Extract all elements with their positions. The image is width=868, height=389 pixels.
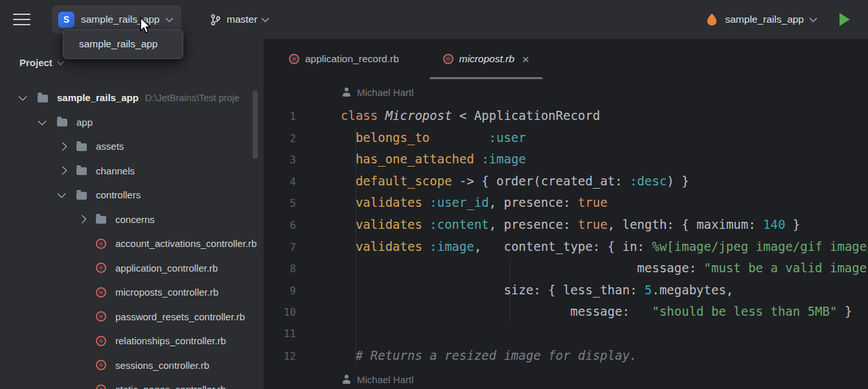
folder-icon: [57, 119, 67, 126]
line-number[interactable]: 4: [264, 171, 296, 193]
tree-item-label: application_controller.rb: [115, 263, 218, 274]
folder-icon: [96, 216, 106, 224]
ruby-class-icon: [96, 336, 106, 346]
folder-icon: [76, 143, 87, 151]
tree-item-label: static_pages_controller.rb: [115, 384, 226, 389]
editor-area: application_record.rb micropost.rb × Mic…: [264, 39, 868, 389]
tree-row[interactable]: account_activations_controller.rb: [0, 231, 264, 256]
line-number[interactable]: 10: [264, 301, 296, 324]
ruby-class-icon: [96, 239, 106, 249]
tree-row[interactable]: relationships_controller.rb: [0, 329, 264, 353]
project-tree: sample_rails_app D:\JetBrains\Test proje…: [0, 86, 264, 389]
hamburger-bar: [13, 19, 30, 20]
editor-tab[interactable]: application_record.rb: [275, 39, 413, 79]
code-text: # Returns a resized image for display.: [341, 345, 637, 367]
tree-row[interactable]: sessions_controller.rb: [0, 353, 264, 378]
ruby-class-icon: [96, 311, 106, 322]
tree-chevron[interactable]: [55, 143, 76, 150]
code-author-annotation[interactable]: Michael Hartl: [264, 366, 868, 389]
close-icon[interactable]: ×: [522, 53, 529, 65]
tree-row[interactable]: assets: [0, 134, 264, 159]
code-author-annotation[interactable]: Michael Hartl: [264, 79, 868, 105]
branch-selector[interactable]: master: [204, 6, 273, 32]
tree-row[interactable]: concerns: [0, 207, 264, 232]
line-number[interactable]: 8: [264, 258, 296, 280]
chevron-down-icon: [57, 58, 63, 65]
line-number[interactable]: 7: [264, 237, 296, 259]
line-number[interactable]: 1: [264, 106, 296, 128]
letter-s-logo-icon: S: [58, 12, 74, 28]
tree-item-label: sample_rails_app: [57, 92, 139, 103]
tree-item-label: channels: [96, 165, 135, 176]
tree-row[interactable]: controllers: [0, 183, 264, 207]
code-line: 5 validates :user_id, presence: true: [264, 192, 868, 214]
rubymine-window: S sample_rails_app master sample_rails_a…: [0, 0, 868, 389]
code-line: 7 validates :image, content_type: { in: …: [264, 236, 868, 258]
tree-row[interactable]: channels: [0, 159, 264, 183]
chevron-down-icon: [809, 14, 817, 23]
editor-tab[interactable]: micropost.rb ×: [429, 39, 543, 79]
line-number[interactable]: 2: [264, 128, 296, 150]
code-line: 1 class Micropost < ApplicationRecord: [264, 105, 868, 127]
line-number[interactable]: 11: [264, 323, 296, 345]
code-lines[interactable]: 1 class Micropost < ApplicationRecord 2 …: [264, 105, 868, 366]
code-text: message: "should be less than 5MB" }: [341, 301, 852, 323]
tree-chevron[interactable]: [74, 216, 96, 222]
line-number[interactable]: 5: [264, 193, 296, 215]
hamburger-menu-icon[interactable]: [13, 14, 30, 25]
chevron-down-icon: [165, 14, 174, 23]
run-widget: sample_rails_app: [705, 0, 851, 39]
tree-row[interactable]: sample_rails_app D:\JetBrains\Test proje: [0, 86, 264, 110]
folder-icon: [38, 95, 48, 102]
code-text: validates :content, presence: true, leng…: [341, 214, 800, 236]
tree-chevron[interactable]: [55, 167, 76, 174]
tree-row[interactable]: password_resets_controller.rb: [0, 305, 264, 329]
project-tool-window: Project sample_rails_app D:\JetBrains\Te…: [0, 39, 264, 389]
folder-icon: [76, 167, 87, 175]
project-panel-header[interactable]: Project: [19, 57, 63, 68]
tree-item-label: app: [76, 117, 93, 128]
editor-tab-strip: application_record.rb micropost.rb ×: [264, 39, 868, 79]
author-name: Michael Hartl: [357, 374, 414, 385]
code-text: message: "must be a valid image format" …: [341, 257, 868, 279]
tree-item-label: relationships_controller.rb: [115, 335, 226, 346]
tree-chevron[interactable]: [55, 193, 76, 197]
tree-item-path: D:\JetBrains\Test proje: [145, 93, 240, 103]
project-selector-label: sample_rails_app: [81, 14, 160, 25]
tree-item-label: sessions_controller.rb: [115, 360, 209, 371]
tree-chevron[interactable]: [36, 120, 57, 124]
code-line: 8 message: "must be a valid image format…: [264, 257, 868, 279]
project-scrollbar-thumb[interactable]: [253, 91, 258, 159]
indent-guide: [510, 257, 510, 323]
ruby-class-icon: [289, 54, 299, 64]
tree-row[interactable]: static_pages_controller.rb: [0, 377, 264, 389]
hamburger-bar: [13, 24, 30, 25]
git-branch-icon: [209, 14, 222, 26]
ruby-class-icon: [96, 263, 106, 273]
code-line: 2 belongs_to :user: [264, 127, 868, 149]
person-icon: [342, 88, 351, 97]
tree-chevron[interactable]: [16, 95, 38, 100]
code-text: belongs_to :user: [341, 127, 526, 149]
ruby-class-icon: [96, 360, 106, 370]
code-line: 9 size: { less_than: 5.megabytes,: [264, 279, 868, 301]
code-line: 12 # Returns a resized image for display…: [264, 345, 868, 367]
tree-row[interactable]: app: [0, 110, 264, 135]
code-text: default_scope -> { order(created_at: :de…: [341, 171, 689, 193]
project-panel-title: Project: [19, 57, 52, 68]
ruby-class-icon: [443, 54, 453, 64]
folder-icon: [76, 192, 87, 200]
line-number[interactable]: 12: [264, 346, 296, 368]
run-config-selector[interactable]: sample_rails_app: [725, 14, 805, 25]
hamburger-bar: [13, 14, 30, 15]
indent-guide: [356, 127, 356, 366]
popup-item-project[interactable]: sample_rails_app: [63, 31, 183, 57]
tree-row[interactable]: application_controller.rb: [0, 256, 264, 281]
line-number[interactable]: 3: [264, 149, 296, 171]
tree-row[interactable]: microposts_controller.rb: [0, 280, 264, 305]
run-play-icon[interactable]: [839, 13, 850, 26]
code-text: validates :user_id, presence: true: [341, 192, 608, 214]
line-number[interactable]: 9: [264, 280, 296, 302]
line-number[interactable]: 6: [264, 215, 296, 237]
ruby-class-icon: [96, 287, 106, 298]
